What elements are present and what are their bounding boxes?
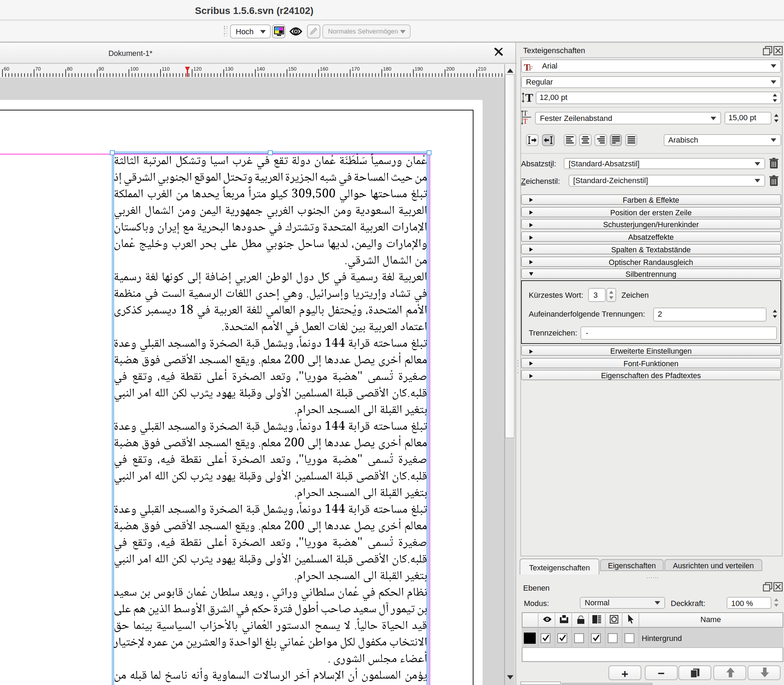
svg-text:160: 160 [320,66,328,71]
svg-text:150: 150 [288,66,296,71]
svg-text:T: T [525,91,533,104]
svg-text:110: 110 [161,66,169,71]
svg-text:80: 80 [67,66,72,71]
svg-text:210: 210 [478,66,486,71]
svg-text:190: 190 [415,66,423,71]
svg-text:70: 70 [35,66,41,71]
svg-text:200: 200 [446,66,455,71]
svg-text:T: T [523,117,527,125]
svg-text:100: 100 [130,66,138,71]
svg-text:T: T [523,109,527,117]
svg-text:180: 180 [383,66,391,71]
svg-text:140: 140 [257,66,265,71]
svg-text:90: 90 [99,66,104,71]
svg-text:130: 130 [225,66,233,71]
svg-text:120: 120 [194,66,202,71]
svg-text:60: 60 [3,66,9,71]
svg-text:170: 170 [351,66,360,71]
